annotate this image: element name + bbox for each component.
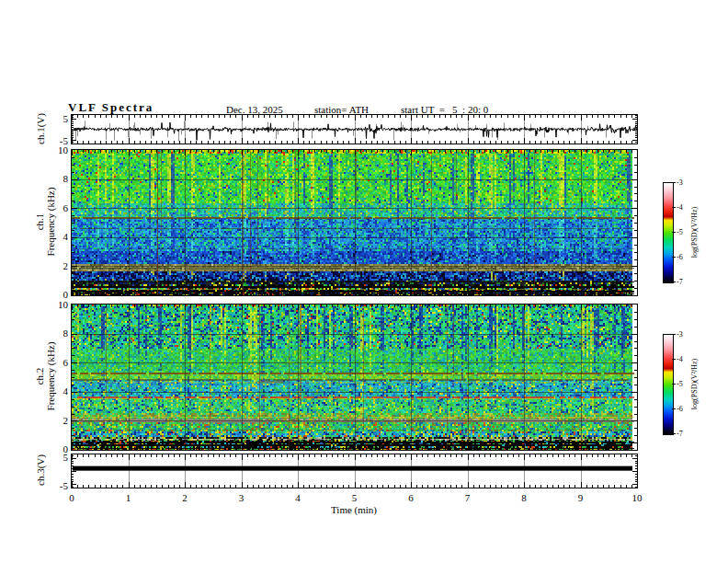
ch1-waveform-panel xyxy=(71,114,638,144)
ch1-spec-ylabel-line1: ch.1 xyxy=(34,148,45,295)
spec2-ytick: 4 xyxy=(42,386,68,396)
ch1-spectrogram-panel xyxy=(71,149,638,296)
x-tick: 6 xyxy=(408,492,414,503)
ch3-ytick: -5 xyxy=(42,481,68,491)
x-tick: 4 xyxy=(295,492,301,503)
x-tick: 9 xyxy=(578,492,584,503)
ch2-spectrogram-canvas xyxy=(72,304,637,450)
ch2-spec-ylabel-line2: Frequency (kHz) xyxy=(45,303,56,450)
cb1-tick: -6 xyxy=(672,254,683,261)
cb1-tick: -3 xyxy=(672,179,683,187)
ch1-spectrogram-canvas xyxy=(72,150,637,295)
cb2-tick: -3 xyxy=(672,331,683,339)
cb1-tick: -7 xyxy=(672,279,683,286)
spec2-ytick: 8 xyxy=(42,328,68,339)
spec1-ytick: 6 xyxy=(42,203,68,213)
spec1-ytick: 10 xyxy=(42,145,68,155)
spec2-ytick: 10 xyxy=(42,300,68,310)
ch3-waveform-canvas xyxy=(72,454,637,488)
cb2-tick: -5 xyxy=(672,381,683,388)
x-tick: 3 xyxy=(239,492,245,503)
x-axis-label: Time (min) xyxy=(331,504,377,515)
x-tick: 8 xyxy=(521,492,527,503)
x-tick: 1 xyxy=(126,492,131,503)
cb1-tick: -5 xyxy=(672,229,683,236)
x-tick: 2 xyxy=(182,492,188,503)
ch3-ytick: 5 xyxy=(42,453,68,463)
ch2-spectrogram-panel xyxy=(71,304,638,451)
spec1-ytick: 8 xyxy=(42,174,68,184)
x-tick: 7 xyxy=(465,492,471,503)
spec2-ytick: 2 xyxy=(42,416,68,426)
cb2-tick: -6 xyxy=(672,406,683,413)
cb1-axis-label: log(PSD)(V²/Hz) xyxy=(690,182,699,283)
ch3-wave-ylabel: ch.3(V) xyxy=(35,415,46,525)
spec1-ytick: 2 xyxy=(42,261,68,271)
page-title: VLF Spectra xyxy=(68,100,154,115)
x-tick: 10 xyxy=(632,492,643,503)
ch1-spec-ylabel: ch.1 Frequency (kHz) xyxy=(34,148,56,295)
cb2-tick: -4 xyxy=(672,356,683,363)
cb2-axis-label: log(PSD)(V²/Hz) xyxy=(690,334,699,435)
ch3-waveform-panel xyxy=(71,454,638,488)
ch1-waveform-canvas xyxy=(72,115,637,144)
ch1-spec-ylabel-line2: Frequency (kHz) xyxy=(45,148,56,295)
cb1-tick: -4 xyxy=(672,204,683,212)
x-tick: 0 xyxy=(69,492,74,503)
spec2-ytick: 6 xyxy=(42,358,68,368)
ch1-wave-ytick: 5 xyxy=(42,114,68,124)
spec1-ytick: 4 xyxy=(42,232,68,242)
x-tick: 5 xyxy=(352,492,358,503)
vlf-spectra-figure: VLF Spectra Dec. 13, 2025 station= ATH s… xyxy=(0,0,728,563)
cb2-tick: -7 xyxy=(672,431,683,438)
